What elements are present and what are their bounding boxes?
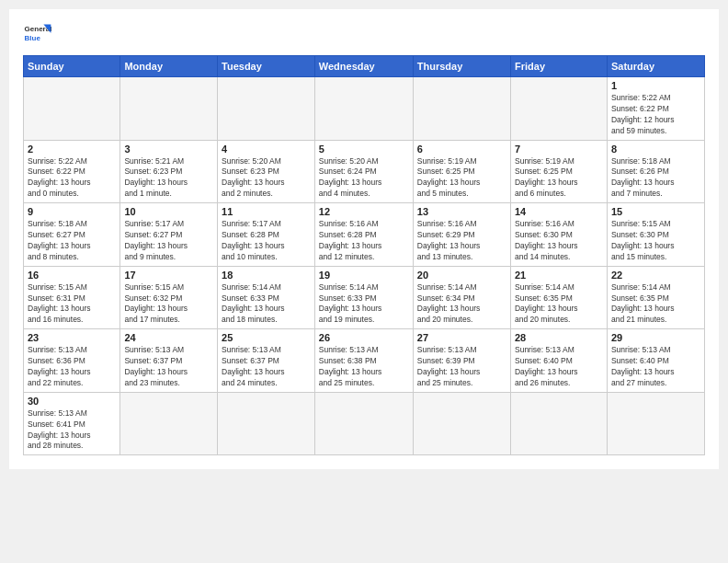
calendar-cell: 12Sunrise: 5:16 AM Sunset: 6:28 PM Dayli… [314,203,413,267]
calendar-cell: 27Sunrise: 5:13 AM Sunset: 6:39 PM Dayli… [413,329,510,393]
calendar-week-row: 30Sunrise: 5:13 AM Sunset: 6:41 PM Dayli… [24,392,705,455]
calendar-cell: 26Sunrise: 5:13 AM Sunset: 6:38 PM Dayli… [314,329,413,393]
day-number: 12 [319,206,409,217]
day-number: 21 [515,270,603,281]
calendar-cell: 20Sunrise: 5:14 AM Sunset: 6:34 PM Dayli… [413,266,510,329]
day-info: Sunrise: 5:13 AM Sunset: 6:39 PM Dayligh… [417,345,506,389]
day-info: Sunrise: 5:13 AM Sunset: 6:40 PM Dayligh… [515,345,603,389]
calendar-cell: 22Sunrise: 5:14 AM Sunset: 6:35 PM Dayli… [607,266,704,329]
day-number: 16 [28,270,116,281]
day-number: 6 [417,144,506,155]
day-info: Sunrise: 5:16 AM Sunset: 6:30 PM Dayligh… [515,219,603,263]
day-number: 14 [515,206,603,217]
weekday-header-friday: Friday [510,56,607,77]
day-info: Sunrise: 5:13 AM Sunset: 6:41 PM Dayligh… [28,408,116,453]
day-number: 11 [222,206,311,217]
calendar-week-row: 1Sunrise: 5:22 AM Sunset: 6:22 PM Daylig… [24,77,705,141]
calendar-cell: 15Sunrise: 5:15 AM Sunset: 6:30 PM Dayli… [607,203,704,267]
day-info: Sunrise: 5:18 AM Sunset: 6:26 PM Dayligh… [611,156,700,201]
calendar-cell [218,77,315,141]
day-number: 9 [28,206,116,217]
calendar-week-row: 16Sunrise: 5:15 AM Sunset: 6:31 PM Dayli… [24,266,705,329]
calendar-cell: 1Sunrise: 5:22 AM Sunset: 6:22 PM Daylig… [607,77,704,141]
calendar-cell [314,77,413,141]
day-info: Sunrise: 5:13 AM Sunset: 6:40 PM Dayligh… [611,345,700,389]
day-info: Sunrise: 5:14 AM Sunset: 6:33 PM Dayligh… [222,282,311,327]
weekday-header-saturday: Saturday [607,56,704,77]
calendar-cell [510,77,607,141]
calendar-cell [510,392,607,455]
calendar-cell: 13Sunrise: 5:16 AM Sunset: 6:29 PM Dayli… [413,203,510,267]
day-number: 15 [611,206,700,217]
day-number: 10 [124,206,213,217]
day-info: Sunrise: 5:13 AM Sunset: 6:36 PM Dayligh… [28,345,116,389]
generalblue-logo-icon: General Blue [23,18,52,48]
day-info: Sunrise: 5:16 AM Sunset: 6:29 PM Dayligh… [417,219,506,263]
calendar-cell [24,77,120,141]
day-info: Sunrise: 5:22 AM Sunset: 6:22 PM Dayligh… [28,156,116,201]
day-info: Sunrise: 5:13 AM Sunset: 6:38 PM Dayligh… [319,345,409,389]
day-number: 27 [417,332,506,343]
weekday-header-wednesday: Wednesday [314,56,413,77]
calendar-table: SundayMondayTuesdayWednesdayThursdayFrid… [23,55,705,455]
page: General Blue SundayMondayTuesdayWednesda… [9,9,719,469]
day-number: 4 [222,144,311,155]
calendar-cell [413,77,510,141]
day-info: Sunrise: 5:18 AM Sunset: 6:27 PM Dayligh… [28,219,116,263]
day-number: 18 [222,270,311,281]
calendar-cell: 24Sunrise: 5:13 AM Sunset: 6:37 PM Dayli… [120,329,218,393]
calendar-cell: 3Sunrise: 5:21 AM Sunset: 6:23 PM Daylig… [120,140,218,203]
day-info: Sunrise: 5:14 AM Sunset: 6:34 PM Dayligh… [417,282,506,327]
day-number: 17 [124,270,213,281]
day-info: Sunrise: 5:19 AM Sunset: 6:25 PM Dayligh… [417,156,506,201]
calendar-cell: 11Sunrise: 5:17 AM Sunset: 6:28 PM Dayli… [218,203,315,267]
calendar-cell [607,392,704,455]
weekday-header-row: SundayMondayTuesdayWednesdayThursdayFrid… [24,56,705,77]
day-info: Sunrise: 5:15 AM Sunset: 6:32 PM Dayligh… [124,282,213,327]
day-info: Sunrise: 5:15 AM Sunset: 6:30 PM Dayligh… [611,219,700,263]
day-number: 28 [515,332,603,343]
day-number: 29 [611,332,700,343]
day-number: 26 [319,332,409,343]
day-info: Sunrise: 5:13 AM Sunset: 6:37 PM Dayligh… [124,345,213,389]
calendar-cell [413,392,510,455]
calendar-week-row: 2Sunrise: 5:22 AM Sunset: 6:22 PM Daylig… [24,140,705,203]
calendar-cell: 19Sunrise: 5:14 AM Sunset: 6:33 PM Dayli… [314,266,413,329]
weekday-header-tuesday: Tuesday [218,56,315,77]
day-info: Sunrise: 5:15 AM Sunset: 6:31 PM Dayligh… [28,282,116,327]
calendar-cell: 10Sunrise: 5:17 AM Sunset: 6:27 PM Dayli… [120,203,218,267]
calendar-cell: 23Sunrise: 5:13 AM Sunset: 6:36 PM Dayli… [24,329,120,393]
day-info: Sunrise: 5:21 AM Sunset: 6:23 PM Dayligh… [124,156,213,201]
day-number: 25 [222,332,311,343]
day-number: 22 [611,270,700,281]
calendar-cell: 25Sunrise: 5:13 AM Sunset: 6:37 PM Dayli… [218,329,315,393]
day-info: Sunrise: 5:20 AM Sunset: 6:23 PM Dayligh… [222,156,311,201]
calendar-cell: 29Sunrise: 5:13 AM Sunset: 6:40 PM Dayli… [607,329,704,393]
calendar-cell: 21Sunrise: 5:14 AM Sunset: 6:35 PM Dayli… [510,266,607,329]
calendar-cell: 14Sunrise: 5:16 AM Sunset: 6:30 PM Dayli… [510,203,607,267]
calendar-week-row: 23Sunrise: 5:13 AM Sunset: 6:36 PM Dayli… [24,329,705,393]
day-info: Sunrise: 5:22 AM Sunset: 6:22 PM Dayligh… [611,93,700,137]
calendar-week-row: 9Sunrise: 5:18 AM Sunset: 6:27 PM Daylig… [24,203,705,267]
day-number: 8 [611,144,700,155]
calendar-cell: 18Sunrise: 5:14 AM Sunset: 6:33 PM Dayli… [218,266,315,329]
day-info: Sunrise: 5:17 AM Sunset: 6:27 PM Dayligh… [124,219,213,263]
day-number: 19 [319,270,409,281]
day-number: 7 [515,144,603,155]
day-info: Sunrise: 5:13 AM Sunset: 6:37 PM Dayligh… [222,345,311,389]
weekday-header-monday: Monday [120,56,218,77]
day-number: 13 [417,206,506,217]
day-number: 20 [417,270,506,281]
calendar-cell: 5Sunrise: 5:20 AM Sunset: 6:24 PM Daylig… [314,140,413,203]
day-info: Sunrise: 5:14 AM Sunset: 6:35 PM Dayligh… [611,282,700,327]
day-number: 5 [319,144,409,155]
day-number: 1 [611,80,700,91]
svg-text:Blue: Blue [25,34,41,42]
calendar-cell: 9Sunrise: 5:18 AM Sunset: 6:27 PM Daylig… [24,203,120,267]
calendar-cell: 16Sunrise: 5:15 AM Sunset: 6:31 PM Dayli… [24,266,120,329]
calendar-cell: 2Sunrise: 5:22 AM Sunset: 6:22 PM Daylig… [24,140,120,203]
day-number: 3 [124,144,213,155]
day-info: Sunrise: 5:17 AM Sunset: 6:28 PM Dayligh… [222,219,311,263]
calendar-cell [218,392,315,455]
weekday-header-thursday: Thursday [413,56,510,77]
